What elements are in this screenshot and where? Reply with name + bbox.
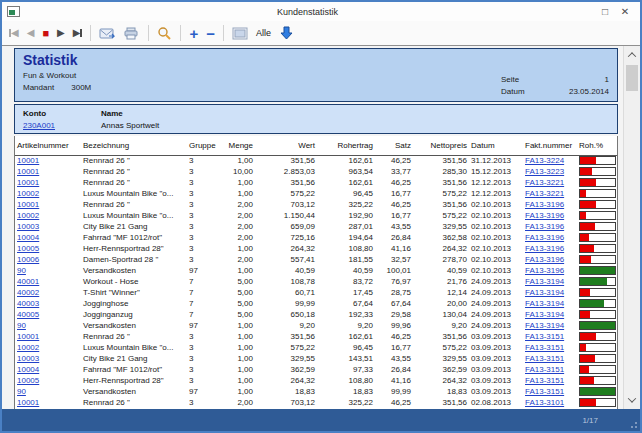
- cell-fakt-nummer[interactable]: FA13-3221: [523, 188, 577, 199]
- cell-artikelnummer-link[interactable]: 10001: [17, 398, 39, 407]
- cell-fakt-nummer-link[interactable]: FA13-3221: [525, 178, 564, 187]
- cell-fakt-nummer-link[interactable]: FA13-3224: [525, 156, 564, 165]
- cell-fakt-nummer-link[interactable]: FA13-3223: [525, 167, 564, 176]
- cell-fakt-nummer[interactable]: FA13-3196: [523, 265, 577, 276]
- cell-fakt-nummer-link[interactable]: FA13-3194: [525, 288, 564, 297]
- cell-fakt-nummer-link[interactable]: FA13-3196: [525, 266, 564, 275]
- email-export-button[interactable]: [99, 27, 115, 40]
- cell-fakt-nummer[interactable]: FA13-3151: [523, 375, 577, 386]
- cell-fakt-nummer[interactable]: FA13-3196: [523, 243, 577, 254]
- cell-artikelnummer-link[interactable]: 10001: [17, 178, 39, 187]
- cell-fakt-nummer-link[interactable]: FA13-3194: [525, 310, 564, 319]
- cell-artikelnummer[interactable]: 90: [15, 386, 81, 397]
- cell-artikelnummer[interactable]: 10005: [15, 375, 81, 386]
- cell-fakt-nummer[interactable]: FA13-3196: [523, 199, 577, 210]
- cell-fakt-nummer-link[interactable]: FA13-3101: [525, 398, 564, 407]
- cell-artikelnummer[interactable]: 10004: [15, 364, 81, 375]
- cell-fakt-nummer-link[interactable]: FA13-3196: [525, 255, 564, 264]
- cell-artikelnummer-link[interactable]: 10005: [17, 244, 39, 253]
- export-all-button[interactable]: [279, 26, 294, 41]
- cell-fakt-nummer-link[interactable]: FA13-3196: [525, 211, 564, 220]
- cell-artikelnummer-link[interactable]: 10006: [17, 255, 39, 264]
- konto-link[interactable]: 230A001: [23, 121, 101, 130]
- cell-fakt-nummer-link[interactable]: FA13-3221: [525, 189, 564, 198]
- scrollbar-thumb[interactable]: [626, 65, 638, 91]
- cell-fakt-nummer-link[interactable]: FA13-3194: [525, 277, 564, 286]
- cell-artikelnummer-link[interactable]: 40003: [17, 299, 39, 308]
- cell-fakt-nummer[interactable]: FA13-3224: [523, 155, 577, 166]
- cell-fakt-nummer[interactable]: FA13-3151: [523, 342, 577, 353]
- cell-fakt-nummer[interactable]: FA13-3194: [523, 276, 577, 287]
- cell-artikelnummer[interactable]: 10005: [15, 243, 81, 254]
- resize-grip[interactable]: [628, 419, 637, 428]
- cell-artikelnummer[interactable]: 10001: [15, 199, 81, 210]
- cell-artikelnummer[interactable]: 10001: [15, 397, 81, 408]
- cell-artikelnummer[interactable]: 10006: [15, 254, 81, 265]
- cell-fakt-nummer-link[interactable]: FA13-3194: [525, 299, 564, 308]
- zoom-in-button[interactable]: +: [189, 26, 198, 41]
- cell-fakt-nummer-link[interactable]: FA13-3151: [525, 387, 564, 396]
- cell-artikelnummer-link[interactable]: 40005: [17, 310, 39, 319]
- cell-fakt-nummer-link[interactable]: FA13-3151: [525, 332, 564, 341]
- cell-artikelnummer-link[interactable]: 10004: [17, 233, 39, 242]
- vertical-scrollbar[interactable]: [623, 46, 640, 409]
- cell-fakt-nummer[interactable]: FA13-3194: [523, 298, 577, 309]
- cell-artikelnummer-link[interactable]: 10001: [17, 167, 39, 176]
- zoom-out-button[interactable]: −: [206, 26, 215, 41]
- print-button[interactable]: [123, 27, 140, 40]
- cell-artikelnummer-link[interactable]: 10004: [17, 365, 39, 374]
- cell-fakt-nummer-link[interactable]: FA13-3151: [525, 354, 564, 363]
- next-page-button[interactable]: ▶: [57, 28, 65, 38]
- thumbnail-view-button[interactable]: [232, 27, 248, 40]
- cell-fakt-nummer[interactable]: FA13-3151: [523, 364, 577, 375]
- cell-fakt-nummer[interactable]: FA13-3221: [523, 177, 577, 188]
- cell-artikelnummer[interactable]: 10001: [15, 155, 81, 166]
- cell-artikelnummer-link[interactable]: 10002: [17, 211, 39, 220]
- cell-artikelnummer-link[interactable]: 10001: [17, 332, 39, 341]
- cell-artikelnummer[interactable]: 10004: [15, 232, 81, 243]
- cell-artikelnummer[interactable]: 10001: [15, 166, 81, 177]
- cell-fakt-nummer[interactable]: FA13-3223: [523, 166, 577, 177]
- stop-button[interactable]: ■: [42, 28, 49, 39]
- close-button[interactable]: ✕: [615, 2, 635, 21]
- scroll-down-button[interactable]: [624, 392, 640, 408]
- cell-fakt-nummer-link[interactable]: FA13-3194: [525, 321, 564, 330]
- cell-artikelnummer-link[interactable]: 10005: [17, 376, 39, 385]
- cell-artikelnummer-link[interactable]: 10003: [17, 222, 39, 231]
- cell-artikelnummer[interactable]: 40005: [15, 309, 81, 320]
- cell-fakt-nummer-link[interactable]: FA13-3151: [525, 376, 564, 385]
- cell-fakt-nummer[interactable]: FA13-3151: [523, 331, 577, 342]
- cell-artikelnummer[interactable]: 10002: [15, 210, 81, 221]
- cell-fakt-nummer[interactable]: FA13-3196: [523, 221, 577, 232]
- cell-fakt-nummer-link[interactable]: FA13-3151: [525, 365, 564, 374]
- cell-artikelnummer-link[interactable]: 40001: [17, 277, 39, 286]
- cell-artikelnummer[interactable]: 10002: [15, 342, 81, 353]
- cell-fakt-nummer-link[interactable]: FA13-3196: [525, 222, 564, 231]
- cell-artikelnummer-link[interactable]: 10003: [17, 354, 39, 363]
- cell-artikelnummer[interactable]: 90: [15, 320, 81, 331]
- cell-fakt-nummer[interactable]: FA13-3196: [523, 254, 577, 265]
- cell-artikelnummer[interactable]: 40003: [15, 298, 81, 309]
- cell-artikelnummer[interactable]: 10002: [15, 188, 81, 199]
- cell-artikelnummer[interactable]: 10003: [15, 353, 81, 364]
- zoom-button[interactable]: [157, 26, 172, 41]
- cell-artikelnummer-link[interactable]: 10002: [17, 189, 39, 198]
- cell-fakt-nummer[interactable]: FA13-3101: [523, 397, 577, 408]
- cell-artikelnummer-link[interactable]: 90: [17, 387, 26, 396]
- cell-artikelnummer[interactable]: 10001: [15, 331, 81, 342]
- cell-fakt-nummer-link[interactable]: FA13-3151: [525, 343, 564, 352]
- previous-page-button[interactable]: ◀: [27, 28, 35, 38]
- cell-fakt-nummer-link[interactable]: FA13-3196: [525, 244, 564, 253]
- cell-fakt-nummer[interactable]: FA13-3194: [523, 309, 577, 320]
- scroll-up-button[interactable]: [624, 47, 640, 63]
- cell-fakt-nummer-link[interactable]: FA13-3196: [525, 200, 564, 209]
- cell-artikelnummer-link[interactable]: 10002: [17, 343, 39, 352]
- cell-fakt-nummer[interactable]: FA13-3151: [523, 386, 577, 397]
- cell-artikelnummer-link[interactable]: 40002: [17, 288, 39, 297]
- cell-artikelnummer[interactable]: 10003: [15, 221, 81, 232]
- cell-fakt-nummer[interactable]: FA13-3196: [523, 232, 577, 243]
- cell-fakt-nummer[interactable]: FA13-3194: [523, 320, 577, 331]
- cell-artikelnummer[interactable]: 90: [15, 265, 81, 276]
- cell-artikelnummer-link[interactable]: 90: [17, 266, 26, 275]
- cell-artikelnummer-link[interactable]: 10001: [17, 200, 39, 209]
